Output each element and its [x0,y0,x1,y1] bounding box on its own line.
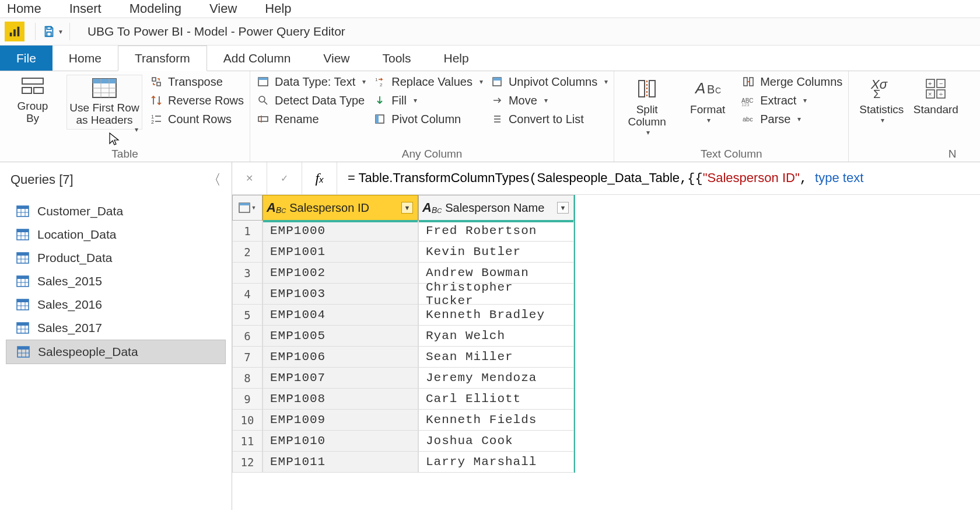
split-column-button[interactable]: Split Column ▾ [620,75,674,137]
table-row[interactable]: 6EMP1005Ryan Welch [232,326,574,347]
qat-dropdown-icon[interactable]: ▼ [58,29,64,35]
svg-text:123: 123 [741,102,750,106]
unpivot-columns-button[interactable]: Unpivot Columns ▾ [490,75,608,89]
group-by-button[interactable]: Group By [6,75,60,125]
query-item[interactable]: Salespeople_Data [6,340,226,364]
use-first-row-headers-button[interactable]: Use First Row as Headers ▾ [66,75,142,130]
cell-id[interactable]: EMP1003 [262,284,418,305]
count-rows-button[interactable]: 12 Count Rows [149,112,244,126]
statistics-label: Statistics [859,104,904,116]
table-row[interactable]: 5EMP1004Kenneth Bradley [232,305,574,326]
table-icon [17,346,30,358]
cell-id[interactable]: EMP1001 [262,242,418,263]
tab-help[interactable]: Help [428,46,485,71]
formula-cancel-button[interactable]: ✕ [232,162,267,194]
main-menu-home[interactable]: Home [7,1,41,16]
column-header-salesperson-id[interactable]: ABC Salesperson ID ▼ [262,195,418,221]
cell-id[interactable]: EMP1006 [262,347,418,368]
cell-name[interactable]: Larry Marshall [418,452,574,473]
pivot-label: Pivot Column [391,113,461,126]
main-menu-view[interactable]: View [209,1,237,16]
table-row[interactable]: 8EMP1007Jeremy Mendoza [232,368,574,389]
group-label-anycolumn: Any Column [256,146,608,160]
filter-dropdown-icon[interactable]: ▼ [557,202,569,214]
cell-id[interactable]: EMP1007 [262,368,418,389]
cell-name[interactable]: Fred Robertson [418,221,574,242]
parse-button[interactable]: abc Parse ▾ [741,112,842,126]
tab-addcolumn[interactable]: Add Column [207,46,307,71]
cell-name[interactable]: Sean Miller [418,347,574,368]
cell-name[interactable]: Ryan Welch [418,326,574,347]
replace-values-button[interactable]: 12 Replace Values ▾ [373,75,483,89]
cell-id[interactable]: EMP1008 [262,389,418,410]
main-menu-help[interactable]: Help [265,1,291,16]
cell-id[interactable]: EMP1009 [262,410,418,431]
reverse-rows-button[interactable]: Reverse Rows [149,93,244,107]
query-item[interactable]: Sales_2016 [6,293,226,316]
cell-id[interactable]: EMP1011 [262,452,418,473]
cell-name[interactable]: Kenneth Fields [418,410,574,431]
table-icon [16,322,29,334]
query-item[interactable]: Location_Data [6,223,226,246]
tab-tools[interactable]: Tools [366,46,427,71]
convert-to-list-button[interactable]: Convert to List [490,112,608,126]
tab-home[interactable]: Home [52,46,118,71]
row-number: 11 [232,431,262,452]
table-row[interactable]: 10EMP1009Kenneth Fields [232,410,574,431]
svg-rect-27 [376,115,379,123]
save-icon[interactable] [41,24,57,39]
standard-button[interactable]: +−×÷ Standard [915,75,956,116]
rename-button[interactable]: Rename [256,112,366,126]
table-row[interactable]: 2EMP1001Kevin Butler [232,242,574,263]
cell-name[interactable]: Carl Elliott [418,389,574,410]
detect-data-type-button[interactable]: Detect Data Type [256,93,366,107]
collapse-queries-icon[interactable]: 〈 [207,170,221,189]
cell-id[interactable]: EMP1004 [262,305,418,326]
query-item[interactable]: Sales_2015 [6,270,226,293]
svg-rect-60 [17,229,29,232]
table-row[interactable]: 7EMP1006Sean Miller [232,347,574,368]
fill-button[interactable]: Fill ▾ [373,93,483,107]
tab-transform[interactable]: Transform [118,46,207,71]
data-type-button[interactable]: Data Type: Text ▾ [256,75,366,89]
tab-view[interactable]: View [307,46,366,71]
main-menu-modeling[interactable]: Modeling [130,1,181,16]
svg-rect-22 [258,117,268,121]
cell-id[interactable]: EMP1002 [262,263,418,284]
merge-columns-button[interactable]: Merge Columns [741,75,842,89]
format-button[interactable]: ABC Format ▾ [681,75,734,124]
move-button[interactable]: Move ▾ [490,93,608,107]
fx-icon[interactable]: fx [302,162,337,194]
cell-name[interactable]: Christopher Tucker [418,284,574,305]
table-row[interactable]: 1EMP1000Fred Robertson [232,221,574,242]
pivot-column-button[interactable]: Pivot Column [373,112,483,126]
statistics-button[interactable]: XσΣ Statistics ▾ [855,75,908,124]
table-options-button[interactable]: ▼ [232,195,262,221]
cell-id[interactable]: EMP1000 [262,221,418,242]
cell-id[interactable]: EMP1010 [262,431,418,452]
extract-button[interactable]: ABC123 Extract ▾ [741,93,842,107]
cell-name[interactable]: Jeremy Mendoza [418,368,574,389]
filter-dropdown-icon[interactable]: ▼ [401,202,413,214]
formula-input[interactable]: = Table.TransformColumnTypes(Salespeople… [337,170,980,186]
tab-file[interactable]: File [0,46,52,71]
merge-icon [741,75,755,89]
table-row[interactable]: 9EMP1008Carl Elliott [232,389,574,410]
group-by-label: Group By [18,100,48,125]
column-header-salesperson-name[interactable]: ABC Salesperson Name ▼ [418,195,574,221]
formula-accept-button[interactable]: ✓ [267,162,302,194]
svg-rect-40 [750,78,753,86]
cell-name[interactable]: Joshua Cook [418,431,574,452]
query-item[interactable]: Product_Data [6,246,226,270]
table-row[interactable]: 11EMP1010Joshua Cook [232,431,574,452]
query-item[interactable]: Sales_2017 [6,316,226,340]
cell-name[interactable]: Kevin Butler [418,242,574,263]
main-menu-insert[interactable]: Insert [69,1,102,16]
table-row[interactable]: 4EMP1003Christopher Tucker [232,284,574,305]
table-row[interactable]: 12EMP1011Larry Marshall [232,452,574,473]
query-item[interactable]: Customer_Data [6,200,226,223]
cell-id[interactable]: EMP1005 [262,326,418,347]
transpose-button[interactable]: Transpose [149,75,244,89]
query-name: Salespeople_Data [38,345,138,359]
cell-name[interactable]: Kenneth Bradley [418,305,574,326]
